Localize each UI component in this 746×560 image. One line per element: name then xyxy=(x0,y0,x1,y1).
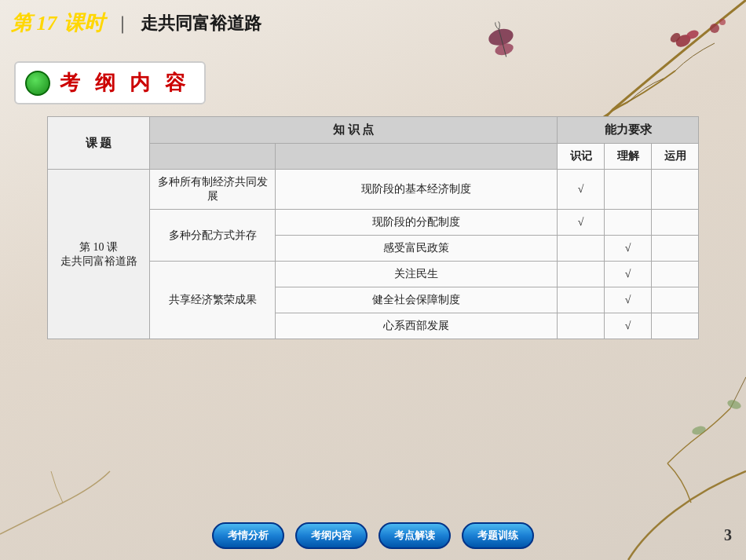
ability-remember-cell xyxy=(558,236,605,262)
th-understand: 理解 xyxy=(605,144,652,170)
ability-understand-cell xyxy=(605,210,652,236)
ability-understand-cell: √ xyxy=(605,313,652,339)
page-number: 3 xyxy=(724,526,732,544)
check-mark: √ xyxy=(578,216,584,228)
th-knowledge-item xyxy=(276,144,558,170)
check-mark: √ xyxy=(625,294,631,306)
header: 第 17 课时 ｜ 走共同富裕道路 xyxy=(11,9,261,37)
header-unit: 课时 xyxy=(64,9,104,37)
section-badge: 考 纲 内 容 xyxy=(14,61,206,104)
th-ability: 能力要求 xyxy=(558,117,699,144)
ability-remember-cell: √ xyxy=(558,170,605,210)
ability-understand-cell: √ xyxy=(605,236,652,262)
badge-text: 考 纲 内 容 xyxy=(60,69,190,97)
ability-remember-cell xyxy=(558,287,605,313)
knowledge-group-cell: 多种所有制经济共同发展 xyxy=(150,170,276,210)
ability-understand-cell: √ xyxy=(605,287,652,313)
th-apply: 运用 xyxy=(652,144,699,170)
lesson-cell: 第 10 课走共同富裕道路 xyxy=(48,170,150,339)
knowledge-item-cell: 健全社会保障制度 xyxy=(276,287,558,313)
ability-apply-cell xyxy=(652,313,699,339)
header-separator: ｜ xyxy=(114,12,131,35)
th-knowledge-group xyxy=(150,144,276,170)
table-row: 第 10 课走共同富裕道路多种所有制经济共同发展现阶段的基本经济制度√ xyxy=(48,170,699,210)
ability-apply-cell xyxy=(652,262,699,287)
ability-apply-cell xyxy=(652,236,699,262)
bottom-nav: 考情分析 考纲内容 考点解读 考题训练 xyxy=(212,522,534,549)
nav-btn-analysis[interactable]: 考情分析 xyxy=(212,522,284,549)
th-lesson: 课 题 xyxy=(48,117,150,170)
ability-apply-cell xyxy=(652,210,699,236)
header-title: 走共同富裕道路 xyxy=(141,12,261,35)
badge-dot xyxy=(25,71,50,96)
knowledge-item-cell: 感受富民政策 xyxy=(276,236,558,262)
knowledge-item-cell: 现阶段的基本经济制度 xyxy=(276,170,558,210)
knowledge-group-cell: 共享经济繁荣成果 xyxy=(150,262,276,339)
knowledge-item-cell: 心系西部发展 xyxy=(276,313,558,339)
check-mark: √ xyxy=(625,320,631,331)
header-prefix: 第 17 xyxy=(11,9,57,37)
nav-btn-points[interactable]: 考点解读 xyxy=(378,522,451,549)
nav-btn-exercises[interactable]: 考题训练 xyxy=(462,522,534,549)
ability-remember-cell xyxy=(558,313,605,339)
ability-understand-cell: √ xyxy=(605,262,652,287)
knowledge-item-cell: 关注民生 xyxy=(276,262,558,287)
knowledge-group-cell: 多种分配方式并存 xyxy=(150,210,276,262)
nav-btn-content[interactable]: 考纲内容 xyxy=(295,522,368,549)
ability-apply-cell xyxy=(652,287,699,313)
ability-understand-cell xyxy=(605,170,652,210)
check-mark: √ xyxy=(625,268,631,280)
lesson-number: 17 xyxy=(37,12,57,35)
content-table: 课 题 知 识 点 能力要求 识记 理解 运用 第 10 课走共同富裕道路多种所… xyxy=(47,116,699,339)
ability-remember-cell: √ xyxy=(558,210,605,236)
ability-apply-cell xyxy=(652,170,699,210)
check-mark: √ xyxy=(578,183,584,195)
knowledge-item-cell: 现阶段的分配制度 xyxy=(276,210,558,236)
ability-remember-cell xyxy=(558,262,605,287)
check-mark: √ xyxy=(625,242,631,254)
th-remember: 识记 xyxy=(558,144,605,170)
th-knowledge: 知 识 点 xyxy=(150,117,558,144)
